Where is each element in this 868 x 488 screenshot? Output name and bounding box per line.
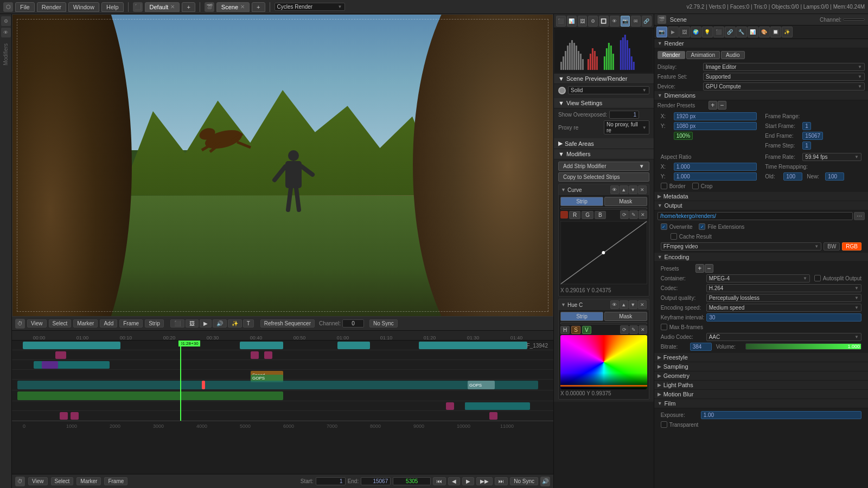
- codec-dropdown[interactable]: H.264 ▼: [706, 284, 861, 292]
- motion-blur-header[interactable]: ▶ Motion Blur: [654, 390, 868, 399]
- clip-marker[interactable]: [202, 381, 205, 389]
- clip-9[interactable]: [42, 361, 58, 369]
- bw-btn[interactable]: BW: [824, 242, 840, 251]
- hue-tool-1[interactable]: ⟳: [620, 325, 629, 334]
- rgb-btn[interactable]: RGB: [842, 242, 861, 251]
- tl-type-img[interactable]: 🖼: [186, 319, 199, 328]
- crop-checkbox[interactable]: [692, 183, 699, 189]
- pi-obj[interactable]: ⬛: [713, 27, 724, 37]
- seq-icon-8[interactable]: ✉: [631, 16, 641, 27]
- seq-icon-9[interactable]: 🔗: [642, 16, 652, 27]
- render-tab[interactable]: Render: [658, 51, 685, 59]
- animation-tab[interactable]: Animation: [686, 51, 720, 59]
- exp-input[interactable]: 1.00: [701, 411, 861, 419]
- add-scene-tab[interactable]: +: [252, 2, 265, 12]
- tl-channel-input[interactable]: 0: [342, 319, 364, 328]
- curve-strip-btn[interactable]: Strip: [560, 197, 603, 206]
- hue-down[interactable]: ▼: [629, 300, 637, 309]
- tl-type-fx[interactable]: ✨: [228, 319, 242, 328]
- clip-2[interactable]: [240, 342, 283, 349]
- tab-render[interactable]: Render: [37, 2, 66, 12]
- clip-big[interactable]: [465, 402, 530, 410]
- asp-x-input[interactable]: 1.000: [674, 163, 757, 171]
- enc-plus[interactable]: +: [695, 264, 704, 273]
- autosplit-checkbox[interactable]: [814, 275, 821, 281]
- clip-10[interactable]: [62, 361, 78, 369]
- clip-p1[interactable]: [60, 412, 68, 420]
- curve-expand[interactable]: ▼: [561, 187, 566, 192]
- pi-part[interactable]: ✨: [782, 27, 793, 37]
- tl-btn-frame[interactable]: Frame: [119, 319, 143, 328]
- tab-default[interactable]: Default ✕: [145, 2, 180, 12]
- ac-dropdown[interactable]: AAC ▼: [706, 333, 861, 341]
- new-input[interactable]: 100: [825, 172, 844, 181]
- pi-anim[interactable]: ▶: [668, 27, 679, 37]
- refresh-sequencer-btn[interactable]: Refresh Sequencer: [260, 319, 315, 328]
- tl-btn-marker[interactable]: Marker: [73, 319, 98, 328]
- geometry-header[interactable]: ▶ Geometry: [654, 371, 868, 381]
- timeline-tracks[interactable]: 00:00 01:00 00:10 00:20 00:30 00:40 00:5…: [12, 331, 553, 474]
- path-browse[interactable]: ⋯: [854, 212, 865, 220]
- add-strip-modifier-btn[interactable]: Add Strip Modifier ▼: [558, 162, 649, 171]
- format-dropdown[interactable]: FFmpeg video ▼: [661, 242, 822, 251]
- clip-3[interactable]: [337, 342, 370, 349]
- proxy-dropdown[interactable]: No proxy, full re ▼: [604, 120, 649, 134]
- tl-type-aud[interactable]: 🔊: [213, 319, 227, 328]
- h-btn[interactable]: H: [560, 326, 570, 334]
- hue-expand[interactable]: ▼: [561, 302, 566, 307]
- curve-up[interactable]: ▲: [620, 185, 628, 194]
- hue-up[interactable]: ▲: [620, 300, 628, 309]
- seq-icon-1[interactable]: ⬛: [556, 16, 566, 27]
- res-x-input[interactable]: 1920 px: [674, 112, 757, 120]
- bitrate-input[interactable]: 384: [690, 343, 712, 351]
- sampling-header[interactable]: ▶ Sampling: [654, 362, 868, 371]
- curve-close[interactable]: ✕: [638, 185, 647, 194]
- playhead[interactable]: [180, 341, 181, 421]
- engine-dropdown[interactable]: Cycles Render ▼: [275, 3, 345, 11]
- old-input[interactable]: 100: [783, 172, 802, 181]
- rp-minus[interactable]: −: [718, 101, 726, 110]
- prev-frame-btn[interactable]: ◀: [448, 477, 460, 485]
- end-value[interactable]: 15067: [361, 477, 391, 485]
- audio-tab[interactable]: Audio: [721, 51, 745, 59]
- pi-mod[interactable]: 🔧: [736, 27, 747, 37]
- play-end-btn[interactable]: ⏭: [495, 477, 508, 485]
- display-dropdown[interactable]: Image Editor ▼: [703, 63, 865, 71]
- clip-7[interactable]: [264, 351, 272, 359]
- s-btn[interactable]: S: [571, 326, 580, 334]
- close-scene-tab[interactable]: ✕: [240, 4, 245, 10]
- ki-input[interactable]: 30: [706, 313, 861, 322]
- pi-mat[interactable]: 🎨: [759, 27, 770, 37]
- transparent-checkbox[interactable]: [661, 421, 667, 428]
- seq-icon-2[interactable]: 📊: [567, 16, 577, 27]
- border-checkbox[interactable]: [661, 183, 667, 189]
- hue-mask-btn[interactable]: Mask: [604, 312, 647, 321]
- file-ext-checkbox[interactable]: ✓: [699, 223, 705, 230]
- seq-icon-4[interactable]: ⚙: [588, 16, 598, 27]
- curve-down[interactable]: ▼: [629, 185, 637, 194]
- hue-eye[interactable]: 👁: [610, 300, 619, 309]
- oq-dropdown[interactable]: Perceptually lossless ▼: [706, 294, 861, 302]
- enc-minus[interactable]: −: [705, 264, 713, 273]
- asp-y-input[interactable]: 1.000: [674, 172, 757, 181]
- res-pct-input[interactable]: 100%: [674, 132, 693, 140]
- device-dropdown[interactable]: GPU Compute ▼: [703, 82, 865, 91]
- tl-bot-select[interactable]: Select: [51, 477, 74, 485]
- play-rev-btn[interactable]: ⏮: [433, 477, 446, 485]
- sf-input[interactable]: 1: [802, 122, 811, 130]
- copy-selected-strips-btn[interactable]: Copy to Selected Strips: [558, 172, 649, 182]
- solid-dropdown[interactable]: Solid ▼: [568, 86, 649, 94]
- tab-window[interactable]: Window: [68, 2, 99, 12]
- curve-tool-3[interactable]: ✕: [639, 210, 647, 219]
- curve-mask-input[interactable]: [560, 207, 647, 209]
- render-section-header[interactable]: ▼ Render: [654, 39, 868, 48]
- container-dropdown[interactable]: MPEG-4 ▼: [706, 274, 810, 282]
- feature-set-dropdown[interactable]: Supported ▼: [703, 73, 865, 81]
- pi-cons[interactable]: 🔗: [725, 27, 736, 37]
- overwrite-checkbox[interactable]: ✓: [661, 223, 667, 230]
- seq-icon-5[interactable]: 🔳: [599, 16, 609, 27]
- frame-field[interactable]: 5305: [393, 477, 431, 485]
- rp-plus[interactable]: +: [709, 101, 717, 110]
- hue-mask-input[interactable]: [560, 322, 647, 324]
- start-value[interactable]: 1: [316, 477, 346, 485]
